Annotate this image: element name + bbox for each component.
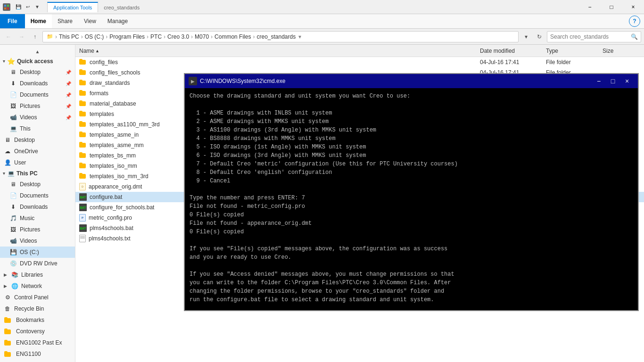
file-name-text: material_database xyxy=(90,100,136,107)
sidebar-item-eng1100[interactable]: ENG1100 xyxy=(0,348,75,360)
sidebar-item-libraries[interactable]: ▶ 📚 Libraries xyxy=(0,269,75,280)
breadcrumb-os[interactable]: OS (C:) xyxy=(85,33,104,40)
size-col-label: Size xyxy=(603,48,613,54)
file-name-text: templates_bs_mm xyxy=(90,152,136,159)
minimize-btn[interactable]: − xyxy=(579,0,601,14)
breadcrumb-this-pc[interactable]: This PC xyxy=(59,33,79,40)
forward-btn[interactable]: → xyxy=(16,31,27,42)
breadcrumb-current[interactable]: creo_standards xyxy=(256,33,296,40)
search-icon: 🔍 xyxy=(631,33,638,40)
sidebar-item-desktop2[interactable]: 🖥 Desktop xyxy=(0,179,75,190)
onedrive-icon: ☁ xyxy=(4,148,11,155)
col-header-type[interactable]: Type xyxy=(546,48,603,54)
cmd-title-bar: ▶ C:\WINDOWS\System32\cmd.exe − □ × xyxy=(185,74,638,88)
contoversy-icon xyxy=(4,328,11,335)
breadcrumb-m070[interactable]: M070 xyxy=(195,33,209,40)
sidebar-item-desktop-nav[interactable]: 🖥 Desktop xyxy=(0,134,75,146)
breadcrumb-program-files[interactable]: Program Files xyxy=(109,33,145,40)
cmd-maximize-btn[interactable]: □ xyxy=(606,75,620,87)
sidebar-group-quick-access[interactable]: ▾ ⭐ Quick access xyxy=(0,56,75,66)
cmd-close-btn[interactable]: × xyxy=(620,75,634,87)
file-item-date: 04-Jul-16 17:41 xyxy=(480,59,546,66)
desktop-icon: 🖥 xyxy=(9,68,17,76)
sidebar-item-downloads[interactable]: ⬇ Downloads 📌 xyxy=(0,78,75,89)
file-item-type: File folder xyxy=(546,59,603,66)
sidebar-item-os-c[interactable]: 💾 OS (C:) xyxy=(0,247,75,258)
app-tools-tab[interactable]: Application Tools xyxy=(47,2,98,12)
undo-btn[interactable]: ↩ xyxy=(24,3,32,11)
sidebar-item-eng1100-label: ENG1100 xyxy=(16,351,71,357)
file-name-text: plms4schools.txt xyxy=(89,235,131,242)
sidebar-item-pictures-label: Pictures xyxy=(20,103,63,109)
sidebar-item-network[interactable]: ▶ 🌐 Network xyxy=(0,280,75,292)
app-icon xyxy=(3,3,10,11)
sidebar-item-dvd[interactable]: 💿 DVD RW Drive xyxy=(0,258,75,269)
help-btn[interactable]: ? xyxy=(629,16,640,27)
cmd-content-area: Choose the drawing standard and unit sys… xyxy=(185,88,638,310)
recent-locations-btn[interactable]: ▾ xyxy=(520,31,532,42)
ribbon-tab-share[interactable]: Share xyxy=(52,14,78,28)
breadcrumb-sep3: › xyxy=(147,33,149,40)
search-input[interactable] xyxy=(550,33,631,40)
sidebar-item-videos-label: Videos xyxy=(20,114,63,121)
videos-icon: 📹 xyxy=(9,114,17,121)
refresh-btn[interactable]: ↻ xyxy=(534,31,545,42)
sidebar-item-dvd-label: DVD RW Drive xyxy=(20,260,71,267)
sidebar-group-this-pc[interactable]: ▾ 💻 This PC xyxy=(0,168,75,179)
col-header-size[interactable]: Size xyxy=(603,48,640,54)
close-btn[interactable]: × xyxy=(622,0,644,14)
sidebar-item-eng1002[interactable]: ENG1002 Past Ex xyxy=(0,337,75,348)
maximize-btn[interactable]: □ xyxy=(601,0,622,14)
sidebar-item-control-panel[interactable]: ⚙ Control Panel xyxy=(0,292,75,303)
sidebar-item-documents-label: Documents xyxy=(20,91,63,98)
desktop2-icon: 🖥 xyxy=(9,181,17,188)
pin-icon2: 📌 xyxy=(66,81,71,86)
quick-save-btn[interactable]: 💾 xyxy=(14,3,23,11)
sidebar-item-this-pc-qa[interactable]: 💻 This xyxy=(0,123,75,134)
sidebar-item-downloads2[interactable]: ⬇ Downloads xyxy=(0,201,75,213)
sidebar-item-contoversy[interactable]: Contoversy xyxy=(0,326,75,337)
bat-file-icon: BAT xyxy=(79,193,87,201)
name-col-label: Name xyxy=(79,48,94,54)
ribbon-tab-file[interactable]: File xyxy=(0,14,25,28)
ribbon-tab-home[interactable]: Home xyxy=(25,14,52,28)
up-btn[interactable]: ↑ xyxy=(29,31,41,42)
sidebar-item-music[interactable]: 🎵 Music xyxy=(0,213,75,224)
sidebar-item-user[interactable]: 👤 User xyxy=(0,157,75,168)
breadcrumb-ptc[interactable]: PTC xyxy=(150,33,162,40)
table-row[interactable]: config_files 04-Jul-16 17:41 File folder xyxy=(75,57,644,67)
sidebar-item-documents[interactable]: 📄 Documents 📌 xyxy=(0,89,75,100)
sidebar-item-desktop[interactable]: 🖥 Desktop 📌 xyxy=(0,66,75,78)
sidebar-item-documents2[interactable]: 📄 Documents xyxy=(0,190,75,201)
sidebar-item-user-label: User xyxy=(14,159,71,166)
sidebar-item-eng1002-label: ENG1002 Past Ex xyxy=(16,339,71,346)
sidebar-item-onedrive[interactable]: ☁ OneDrive xyxy=(0,146,75,157)
ribbon-tab-view[interactable]: View xyxy=(78,14,102,28)
folder-icon xyxy=(79,163,87,169)
eng1002-icon xyxy=(4,339,11,346)
sidebar-item-videos2[interactable]: 📹 Videos xyxy=(0,235,75,247)
breadcrumb-dropdown[interactable]: ▾ xyxy=(298,33,301,40)
sidebar-scroll-up[interactable]: ▲ xyxy=(34,48,41,55)
sidebar-item-recycle-bin[interactable]: 🗑 Recycle Bin xyxy=(0,303,75,314)
breadcrumb-common[interactable]: Common Files xyxy=(215,33,251,40)
cmd-minimize-btn[interactable]: − xyxy=(592,75,606,87)
pictures2-icon: 🖼 xyxy=(9,226,17,233)
sidebar-item-bookmarks[interactable]: Bookmarks xyxy=(0,314,75,326)
file-name-text: config_files_schools xyxy=(90,69,140,76)
this-pc-nav-icon: 💻 xyxy=(7,170,15,177)
pro-file-icon: P xyxy=(79,214,86,222)
sidebar-item-pictures[interactable]: 🖼 Pictures 📌 xyxy=(0,100,75,112)
col-header-date[interactable]: Date modified xyxy=(480,48,546,54)
folder-icon xyxy=(79,100,87,107)
properties-btn[interactable]: ▼ xyxy=(33,3,41,11)
back-btn[interactable]: ← xyxy=(3,31,14,42)
ribbon-tab-manage[interactable]: Manage xyxy=(102,14,133,28)
col-header-name[interactable]: Name ▲ xyxy=(79,48,480,54)
sidebar-item-videos2-label: Videos xyxy=(20,238,71,244)
sidebar-item-videos[interactable]: 📹 Videos 📌 xyxy=(0,112,75,123)
sidebar-item-pictures2[interactable]: 🖼 Pictures xyxy=(0,224,75,235)
breadcrumb-creo[interactable]: Creo 3.0 xyxy=(167,33,189,40)
dmt-file-icon: D xyxy=(79,183,86,190)
breadcrumb-sep4: › xyxy=(164,33,165,40)
